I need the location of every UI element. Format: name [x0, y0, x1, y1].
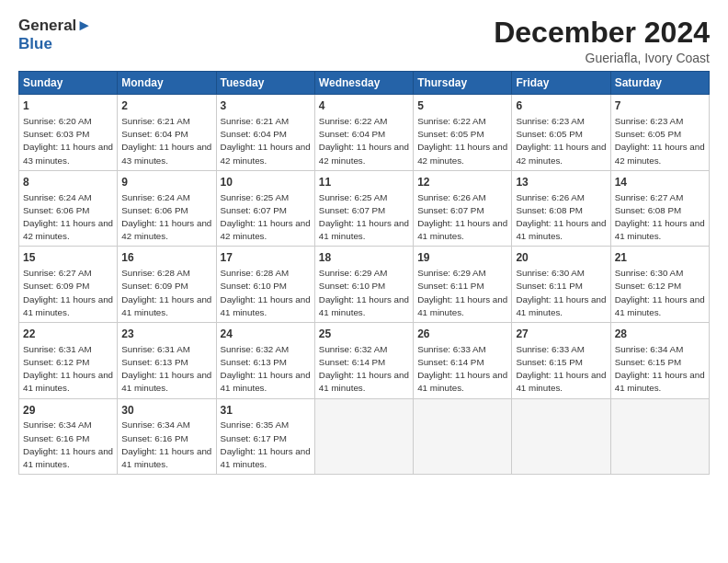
- table-row: [314, 398, 413, 475]
- logo-line1: General►: [18, 17, 92, 35]
- table-row: 27Sunrise: 6:33 AMSunset: 6:15 PMDayligh…: [512, 323, 610, 399]
- table-row: 10Sunrise: 6:25 AMSunset: 6:07 PMDayligh…: [216, 170, 314, 247]
- title-block: December 2024 Gueriafla, Ivory Coast: [494, 17, 710, 65]
- table-row: 22Sunrise: 6:31 AMSunset: 6:12 PMDayligh…: [19, 323, 118, 399]
- logo: General► Blue: [18, 17, 92, 52]
- table-row: 4Sunrise: 6:22 AMSunset: 6:04 PMDaylight…: [314, 95, 413, 171]
- col-thursday: Thursday: [414, 72, 512, 95]
- table-row: 2Sunrise: 6:21 AMSunset: 6:04 PMDaylight…: [118, 95, 216, 171]
- table-row: 9Sunrise: 6:24 AMSunset: 6:06 PMDaylight…: [118, 170, 216, 247]
- table-row: 8Sunrise: 6:24 AMSunset: 6:06 PMDaylight…: [19, 170, 118, 247]
- table-row: 5Sunrise: 6:22 AMSunset: 6:05 PMDaylight…: [414, 95, 512, 171]
- table-row: 24Sunrise: 6:32 AMSunset: 6:13 PMDayligh…: [216, 323, 314, 399]
- table-row: 6Sunrise: 6:23 AMSunset: 6:05 PMDaylight…: [512, 95, 610, 171]
- location: Gueriafla, Ivory Coast: [494, 51, 710, 65]
- table-row: 3Sunrise: 6:21 AMSunset: 6:04 PMDaylight…: [216, 95, 314, 171]
- month-title: December 2024: [494, 17, 710, 49]
- table-row: 12Sunrise: 6:26 AMSunset: 6:07 PMDayligh…: [414, 170, 512, 247]
- table-row: 31Sunrise: 6:35 AMSunset: 6:17 PMDayligh…: [216, 398, 314, 475]
- table-row: 25Sunrise: 6:32 AMSunset: 6:14 PMDayligh…: [314, 323, 413, 399]
- col-tuesday: Tuesday: [216, 72, 314, 95]
- table-row: 23Sunrise: 6:31 AMSunset: 6:13 PMDayligh…: [118, 323, 216, 399]
- table-row: 29Sunrise: 6:34 AMSunset: 6:16 PMDayligh…: [19, 398, 118, 475]
- col-sunday: Sunday: [19, 72, 118, 95]
- table-row: [512, 398, 610, 475]
- header: General► Blue December 2024 Gueriafla, I…: [18, 17, 710, 65]
- table-row: 21Sunrise: 6:30 AMSunset: 6:12 PMDayligh…: [610, 247, 709, 323]
- table-row: 17Sunrise: 6:28 AMSunset: 6:10 PMDayligh…: [216, 247, 314, 323]
- table-row: 14Sunrise: 6:27 AMSunset: 6:08 PMDayligh…: [610, 170, 709, 247]
- calendar: Sunday Monday Tuesday Wednesday Thursday…: [18, 71, 710, 475]
- table-row: 13Sunrise: 6:26 AMSunset: 6:08 PMDayligh…: [512, 170, 610, 247]
- page: General► Blue December 2024 Gueriafla, I…: [0, 0, 728, 563]
- table-row: 7Sunrise: 6:23 AMSunset: 6:05 PMDaylight…: [610, 95, 709, 171]
- col-saturday: Saturday: [610, 72, 709, 95]
- table-row: 16Sunrise: 6:28 AMSunset: 6:09 PMDayligh…: [118, 247, 216, 323]
- table-row: 1Sunrise: 6:20 AMSunset: 6:03 PMDaylight…: [19, 95, 118, 171]
- table-row: 18Sunrise: 6:29 AMSunset: 6:10 PMDayligh…: [314, 247, 413, 323]
- col-monday: Monday: [118, 72, 216, 95]
- table-row: 26Sunrise: 6:33 AMSunset: 6:14 PMDayligh…: [414, 323, 512, 399]
- col-friday: Friday: [512, 72, 610, 95]
- table-row: 30Sunrise: 6:34 AMSunset: 6:16 PMDayligh…: [118, 398, 216, 475]
- col-wednesday: Wednesday: [314, 72, 413, 95]
- table-row: 11Sunrise: 6:25 AMSunset: 6:07 PMDayligh…: [314, 170, 413, 247]
- table-row: [610, 398, 709, 475]
- table-row: 28Sunrise: 6:34 AMSunset: 6:15 PMDayligh…: [610, 323, 709, 399]
- logo-line2: Blue: [18, 35, 92, 53]
- table-row: 19Sunrise: 6:29 AMSunset: 6:11 PMDayligh…: [414, 247, 512, 323]
- table-row: [414, 398, 512, 475]
- table-row: 20Sunrise: 6:30 AMSunset: 6:11 PMDayligh…: [512, 247, 610, 323]
- table-row: 15Sunrise: 6:27 AMSunset: 6:09 PMDayligh…: [19, 247, 118, 323]
